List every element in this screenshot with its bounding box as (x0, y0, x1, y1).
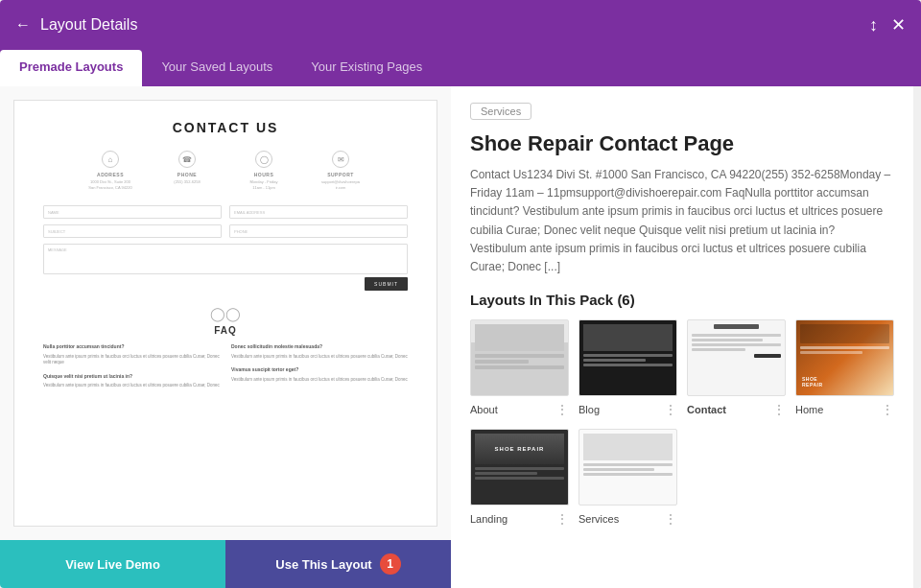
thumb-img-services[interactable] (579, 429, 677, 506)
empty-slot-2 (795, 429, 894, 527)
layout-thumb-services: Services ⋮ (579, 429, 677, 527)
layout-description: Contact Us1234 Divi St. #1000 San Franci… (470, 166, 894, 276)
form-row-2: SUBJECT PHONE (43, 224, 408, 238)
tag-badge: Services (470, 103, 531, 120)
address-text: 1000 Divi St., Suite 200San Francisco, C… (82, 179, 139, 190)
subject-input-preview: SUBJECT (43, 224, 222, 238)
layout-thumb-home: SHOEREPAIR Home ⋮ (795, 319, 894, 417)
use-layout-label: Use This Layout (275, 557, 371, 572)
faq-q2: Donec sollicitudin molestie malesuada? (231, 343, 408, 351)
preview-scroll[interactable]: CONTACT US ⌂ ADDRESS 1000 Divi St., Suit… (13, 100, 437, 527)
use-layout-button[interactable]: Use This Layout 1 (225, 540, 451, 588)
faq-cols: Nulla porttitor accumsan tincidunt? Vest… (43, 343, 408, 389)
thumb-img-landing[interactable]: SHOE REPAIR (470, 429, 569, 506)
thumb-label-contact: Contact (687, 404, 726, 415)
thumb-label-row-landing: Landing ⋮ (470, 511, 569, 527)
modal-title: Layout Details (40, 16, 137, 34)
thumb-home-text: SHOEREPAIR (802, 376, 823, 388)
tab-saved[interactable]: Your Saved Layouts (142, 50, 292, 86)
thumb-menu-contact[interactable]: ⋮ (772, 402, 786, 417)
support-text: support@divishoerepair.com (312, 179, 369, 190)
name-input-preview: NAME (43, 205, 222, 219)
main-content: CONTACT US ⌂ ADDRESS 1000 Divi St., Suit… (0, 86, 921, 588)
preview-content: CONTACT US ⌂ ADDRESS 1000 Divi St., Suit… (14, 101, 437, 409)
layout-thumb-about: About ⋮ (470, 319, 569, 417)
scrollbar-track (913, 86, 921, 588)
header-left: ← Layout Details (15, 16, 137, 34)
left-panel: CONTACT US ⌂ ADDRESS 1000 Divi St., Suit… (0, 86, 451, 588)
thumb-img-blog[interactable] (579, 319, 677, 396)
hours-icon: ◯ (255, 151, 272, 168)
thumb-label-row-about: About ⋮ (470, 402, 569, 417)
header-right: ↕ ✕ (869, 14, 906, 35)
modal-header: ← Layout Details ↕ ✕ (0, 0, 921, 50)
thumb-label-blog: Blog (579, 404, 600, 415)
thumb-img-contact[interactable] (687, 319, 786, 396)
thumb-label-row-blog: Blog ⋮ (579, 402, 677, 417)
thumb-label-home: Home (795, 404, 823, 415)
empty-slot-1 (687, 429, 786, 527)
faq-a2: Vestibulum ante ipsum primis in faucibus… (231, 354, 408, 361)
right-panel[interactable]: Services Shoe Repair Contact Page Contac… (451, 86, 913, 588)
contact-icons-row: ⌂ ADDRESS 1000 Divi St., Suite 200San Fr… (43, 151, 408, 190)
use-layout-badge: 1 (380, 553, 401, 575)
thumb-menu-services[interactable]: ⋮ (664, 511, 677, 527)
faq-a4: Vestibulum ante ipsum primis in faucibus… (231, 377, 408, 384)
thumb-img-about[interactable] (470, 319, 569, 396)
faq-section: ◯◯ FAQ Nulla porttitor accumsan tincidun… (43, 306, 408, 389)
address-info: ⌂ ADDRESS 1000 Divi St., Suite 200San Fr… (82, 151, 139, 190)
support-icon: ✉ (332, 151, 349, 168)
submit-row: SUBMIT (43, 280, 408, 287)
layout-thumb-blog: Blog ⋮ (579, 319, 677, 417)
faq-col-1: Nulla porttitor accumsan tincidunt? Vest… (43, 343, 220, 389)
faq-q3: Quisque velit nisi pretium ut lacinia in… (43, 373, 220, 381)
thumb-menu-landing[interactable]: ⋮ (555, 511, 569, 527)
modal-wrapper: ← Layout Details ↕ ✕ Premade Layouts You… (0, 0, 921, 588)
thumb-label-landing: Landing (470, 513, 508, 525)
faq-a1: Vestibulum ante ipsum primis in faucibus… (43, 354, 220, 367)
thumb-label-services: Services (579, 513, 619, 525)
phone-icon: ☎ (178, 151, 196, 168)
thumb-menu-blog[interactable]: ⋮ (664, 402, 677, 417)
faq-title: FAQ (43, 325, 408, 336)
pack-subtitle: Layouts In This Pack (6) (470, 292, 894, 308)
address-icon: ⌂ (102, 151, 119, 168)
thumb-label-about: About (470, 404, 498, 415)
faq-q4: Vivamus suscipit tortor eget? (231, 366, 408, 374)
hours-text: Monday - Friday11am - 11pm (235, 179, 293, 190)
phone-input-preview: PHONE (229, 224, 408, 238)
layout-thumb-landing: SHOE REPAIR Landing ⋮ (470, 429, 569, 527)
email-input-preview: EMAIL ADDRESS (229, 205, 408, 219)
layouts-grid-row1: About ⋮ Blog (470, 319, 894, 417)
back-button[interactable]: ← (15, 16, 31, 34)
faq-q1: Nulla porttitor accumsan tincidunt? (43, 343, 220, 351)
thumb-label-row-services: Services ⋮ (579, 511, 677, 527)
submit-btn-preview: SUBMIT (365, 277, 408, 291)
close-icon[interactable]: ✕ (891, 14, 906, 35)
view-demo-button[interactable]: View Live Demo (0, 540, 225, 588)
layout-title: Shoe Repair Contact Page (470, 131, 894, 156)
thumb-landing-logo: SHOE REPAIR (495, 446, 545, 452)
tab-existing[interactable]: Your Existing Pages (292, 50, 441, 86)
contact-us-title: CONTACT US (43, 120, 408, 135)
thumb-label-row-home: Home ⋮ (795, 402, 894, 417)
thumb-menu-home[interactable]: ⋮ (881, 402, 894, 417)
thumb-label-row-contact: Contact ⋮ (687, 402, 786, 417)
faq-a3: Vestibulum ante ipsum primis in faucibus… (43, 383, 220, 389)
phone-info: ☎ PHONE (255) 352-6258 (158, 151, 216, 190)
layouts-grid-row2: SHOE REPAIR Landing ⋮ (470, 429, 894, 527)
form-row-1: NAME EMAIL ADDRESS (43, 205, 408, 219)
tab-premade[interactable]: Premade Layouts (0, 50, 142, 86)
layout-thumb-contact: Contact ⋮ (687, 319, 786, 417)
support-info: ✉ SUPPORT support@divishoerepair.com (312, 151, 369, 190)
faq-icon: ◯◯ (43, 306, 408, 321)
tabs-bar: Premade Layouts Your Saved Layouts Your … (0, 50, 921, 86)
faq-col-2: Donec sollicitudin molestie malesuada? V… (231, 343, 408, 389)
thumb-img-home[interactable]: SHOEREPAIR (795, 319, 894, 396)
thumb-menu-about[interactable]: ⋮ (555, 402, 569, 417)
phone-text: (255) 352-6258 (158, 179, 216, 185)
sort-icon[interactable]: ↕ (869, 15, 878, 35)
preview-buttons: View Live Demo Use This Layout 1 (0, 540, 451, 588)
message-textarea-preview: MESSAGE (43, 244, 408, 274)
hours-info: ◯ HOURS Monday - Friday11am - 11pm (235, 151, 293, 190)
